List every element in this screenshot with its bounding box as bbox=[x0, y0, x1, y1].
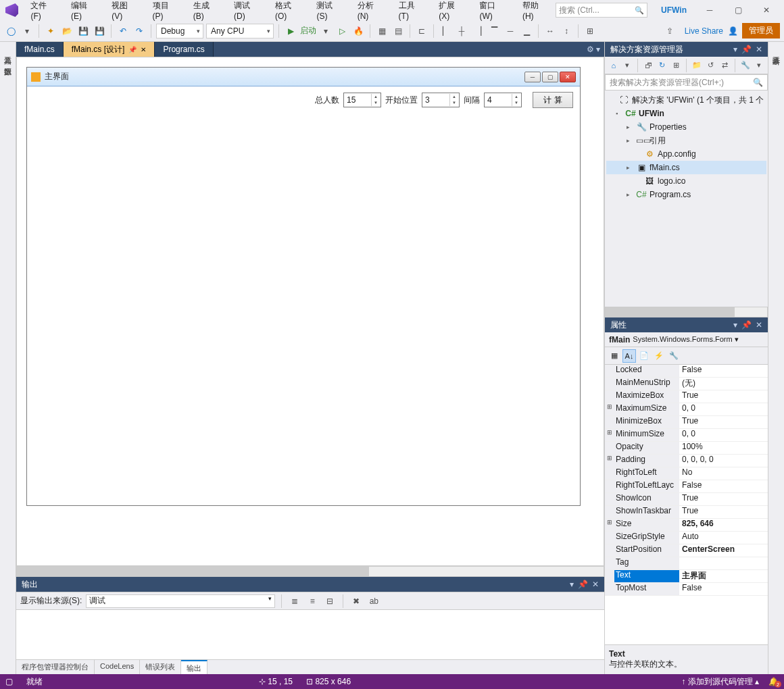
notification-bell-icon[interactable]: 🔔2 bbox=[768, 677, 779, 686]
btab-errors[interactable]: 错误列表 bbox=[140, 660, 181, 674]
se-home-icon[interactable]: ⌂ bbox=[608, 59, 620, 72]
tree-logo[interactable]: 🖼logo.ico bbox=[606, 174, 766, 188]
menu-edit[interactable]: 编辑(E) bbox=[64, 0, 103, 24]
expand-icon[interactable] bbox=[605, 442, 614, 454]
feedback-icon[interactable]: 👤 bbox=[726, 24, 739, 38]
dropdown-icon[interactable]: ▾ bbox=[733, 320, 737, 330]
menu-debug[interactable]: 调试(D) bbox=[227, 0, 267, 24]
prop-value[interactable]: False bbox=[679, 480, 768, 492]
prop-value[interactable]: Auto bbox=[679, 532, 768, 544]
dropdown-icon[interactable]: ▾ bbox=[733, 45, 737, 54]
total-spinner[interactable]: 15 bbox=[343, 93, 381, 107]
prop-row-topmost[interactable]: TopMostFalse bbox=[605, 583, 768, 596]
menu-extensions[interactable]: 扩展(X) bbox=[432, 0, 471, 24]
prop-row-minimumsize[interactable]: ⊞MinimumSize0, 0 bbox=[605, 429, 768, 442]
align-mid[interactable]: ─ bbox=[504, 24, 517, 38]
gap-spinner[interactable]: 4 bbox=[484, 93, 522, 107]
menu-format[interactable]: 格式(O) bbox=[268, 0, 309, 24]
tree-references[interactable]: ▸▭▭引用 bbox=[606, 134, 766, 147]
back-button[interactable]: ◯ bbox=[4, 24, 18, 38]
expand-icon[interactable] bbox=[605, 532, 614, 544]
prop-value[interactable]: True bbox=[679, 390, 768, 403]
prop-row-minimizebox[interactable]: MinimizeBoxTrue bbox=[605, 416, 768, 429]
btab-output[interactable]: 输出 bbox=[181, 660, 207, 674]
solution-tree[interactable]: ⛶解决方案 'UFWin' (1 个项目，共 1 个 ▪C#UFWin ▸🔧Pr… bbox=[605, 91, 768, 307]
prop-row-mainmenustrip[interactable]: MainMenuStrip(无) bbox=[605, 378, 768, 390]
menu-analyze[interactable]: 分析(N) bbox=[351, 0, 391, 24]
search-input[interactable]: 搜索 (Ctrl... 🔍 bbox=[556, 3, 647, 18]
expand-icon[interactable] bbox=[605, 365, 614, 377]
prop-value[interactable]: 100% bbox=[679, 442, 768, 454]
start-without-debug[interactable]: ▷ bbox=[335, 24, 349, 38]
tree-program[interactable]: ▸C#Program.cs bbox=[606, 188, 766, 201]
tab-fmain-cs[interactable]: fMain.cs bbox=[16, 42, 64, 57]
open-button[interactable]: 📂 bbox=[60, 24, 74, 38]
prop-row-locked[interactable]: LockedFalse bbox=[605, 365, 768, 378]
prop-value[interactable] bbox=[679, 557, 768, 569]
menu-view[interactable]: 视图(V) bbox=[105, 0, 144, 24]
tree-solution[interactable]: ⛶解决方案 'UFWin' (1 个项目，共 1 个 bbox=[606, 93, 766, 107]
prop-row-opacity[interactable]: Opacity100% bbox=[605, 442, 768, 455]
expand-icon[interactable] bbox=[605, 467, 614, 480]
expand-icon[interactable] bbox=[605, 570, 614, 582]
tree-fmain[interactable]: ▸▣fMain.cs bbox=[606, 161, 766, 174]
close-icon[interactable]: ✕ bbox=[141, 46, 146, 53]
tree-project[interactable]: ▪C#UFWin bbox=[606, 107, 766, 120]
se-hscroll[interactable] bbox=[605, 307, 768, 317]
tab-program-cs[interactable]: Program.cs bbox=[155, 42, 213, 57]
menu-test[interactable]: 测试(S) bbox=[310, 0, 349, 24]
menu-file[interactable]: 文件(F) bbox=[24, 0, 63, 24]
expand-icon[interactable] bbox=[605, 544, 614, 557]
sidetab-datasource[interactable]: 数据源 bbox=[1, 57, 15, 68]
prop-row-startposition[interactable]: StartPositionCenterScreen bbox=[605, 544, 768, 557]
save-all-button[interactable]: 💾 bbox=[93, 24, 106, 38]
se-btn-5[interactable]: ⊞ bbox=[670, 59, 682, 72]
tab-fmain-designer[interactable]: fMain.cs [设计]📌✕ bbox=[64, 42, 155, 57]
props-props-icon[interactable]: 📄 bbox=[637, 349, 651, 363]
close-icon[interactable]: ✕ bbox=[592, 580, 599, 589]
pin-icon[interactable]: 📌 bbox=[578, 580, 588, 589]
sidetab-toolbox[interactable]: 工具箱 bbox=[1, 46, 15, 57]
expand-icon[interactable] bbox=[605, 583, 614, 595]
props-alphabetical-icon[interactable]: A↓ bbox=[622, 349, 636, 363]
prop-value[interactable]: 0, 0, 0, 0 bbox=[679, 455, 768, 467]
se-btn-3[interactable]: 🗗 bbox=[642, 59, 654, 72]
close-icon[interactable]: ✕ bbox=[756, 320, 762, 330]
properties-grid[interactable]: LockedFalseMainMenuStrip(无)MaximizeBoxTr… bbox=[605, 365, 768, 644]
prop-value[interactable]: True bbox=[679, 506, 768, 518]
forward-button[interactable]: ▾ bbox=[20, 24, 34, 38]
liveshare-button[interactable]: Live Share bbox=[685, 26, 723, 36]
se-btn-7[interactable]: ↺ bbox=[705, 59, 717, 72]
platform-combo[interactable]: Any CPU bbox=[206, 24, 274, 39]
layout-btn-2[interactable]: ▤ bbox=[391, 24, 405, 38]
btab-codelens[interactable]: CodeLens bbox=[95, 660, 140, 674]
start-spinner[interactable]: 3 bbox=[422, 93, 460, 107]
output-clear-icon[interactable]: ≣ bbox=[288, 594, 301, 608]
minimize-button[interactable]: ─ bbox=[697, 2, 722, 18]
status-scm[interactable]: ↑ 添加到源代码管理 ▴ bbox=[681, 676, 759, 688]
form-close-button[interactable]: ✕ bbox=[560, 72, 576, 82]
prop-value[interactable]: True bbox=[679, 493, 768, 505]
spacing-h[interactable]: ↔ bbox=[543, 24, 557, 38]
prop-row-righttoleft[interactable]: RightToLeftNo bbox=[605, 467, 768, 480]
start-icon[interactable]: ▶ bbox=[284, 24, 297, 38]
sidetab-diagnostics[interactable]: 诊断工具 bbox=[769, 46, 783, 57]
prop-value[interactable]: 825, 646 bbox=[679, 519, 768, 531]
tabstrip-options-icon[interactable]: ⚙ ▾ bbox=[583, 42, 604, 57]
prop-row-maximumsize[interactable]: ⊞MaximumSize0, 0 bbox=[605, 403, 768, 416]
dropdown-icon[interactable]: ▾ bbox=[570, 580, 574, 589]
props-events-icon[interactable]: ⚡ bbox=[652, 349, 666, 363]
props-object-combo[interactable]: fMainfMain System.Windows.Forms.FormSyst… bbox=[605, 332, 768, 347]
expand-icon[interactable] bbox=[605, 557, 614, 569]
expand-icon[interactable] bbox=[605, 378, 614, 390]
output-ab-icon[interactable]: ab bbox=[367, 594, 381, 608]
prop-value[interactable]: False bbox=[679, 365, 768, 377]
pin-icon[interactable]: 📌 bbox=[741, 320, 752, 330]
align-btn-1[interactable]: ⊏ bbox=[415, 24, 428, 38]
align-center[interactable]: ┼ bbox=[455, 24, 468, 38]
redo-button[interactable]: ↷ bbox=[132, 24, 146, 38]
menu-tools[interactable]: 工具(T) bbox=[392, 0, 431, 24]
align-right[interactable]: ▕ bbox=[471, 24, 485, 38]
expand-icon[interactable]: ⊞ bbox=[605, 403, 614, 415]
spacing-v[interactable]: ↕ bbox=[560, 24, 573, 38]
